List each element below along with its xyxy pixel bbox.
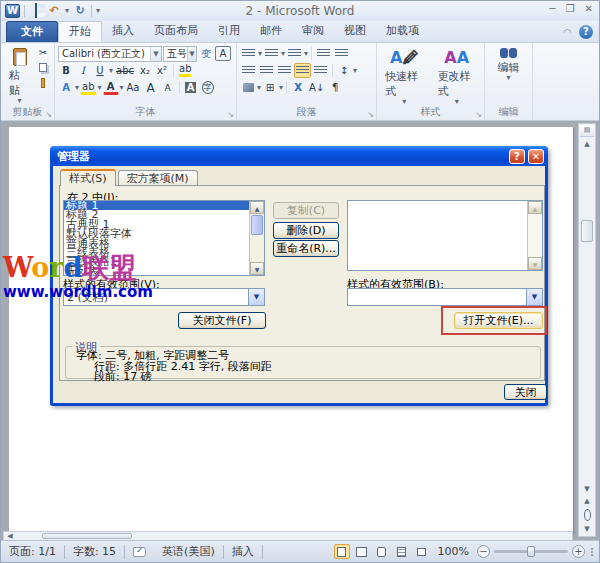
combo-dropdown-icon[interactable]: ▼ [248, 289, 264, 305]
cut-button[interactable]: ✂ [35, 45, 51, 60]
outline-view-button[interactable] [394, 544, 410, 559]
web-layout-view-button[interactable] [374, 544, 390, 559]
font-color-caret[interactable]: ▾ [120, 85, 124, 91]
close-button[interactable]: ✕ [585, 3, 593, 14]
multilevel-caret[interactable]: ▾ [304, 51, 308, 57]
scroll-left-icon[interactable]: ◀ [4, 532, 16, 540]
vertical-scrollbar[interactable]: ▤ ▲ ▼ ▲ ▼ [578, 123, 596, 537]
subscript-button[interactable]: x₂ [137, 63, 153, 78]
vertical-scroll-thumb[interactable] [581, 220, 593, 242]
line-spacing-button[interactable]: ↕ [336, 63, 352, 78]
borders-caret[interactable]: ▾ [279, 85, 283, 91]
close-file-button[interactable]: 关闭文件(F) [178, 312, 266, 329]
tab-view[interactable]: 视图 [334, 21, 376, 42]
tab-insert[interactable]: 插入 [102, 21, 144, 42]
styles-dialog-launcher[interactable]: ↘ [475, 110, 482, 119]
format-painter-button[interactable] [35, 75, 51, 90]
bullets-caret[interactable]: ▾ [258, 51, 262, 57]
editing-button[interactable]: 编辑 ▾ [488, 45, 529, 84]
increase-indent-button[interactable] [333, 46, 350, 61]
paste-button[interactable]: 粘贴 ▾ [4, 45, 35, 107]
rename-style-button[interactable]: 重命名(R)... [273, 240, 339, 257]
tab-references[interactable]: 引用 [208, 21, 250, 42]
resize-grip[interactable] [589, 548, 595, 556]
tab-review[interactable]: 审阅 [292, 21, 334, 42]
enclose-characters-button[interactable]: 字 [200, 80, 216, 95]
target-available-combo[interactable]: ▼ [347, 288, 543, 306]
bold-button[interactable]: B [58, 63, 74, 78]
editing-caret[interactable]: ▾ [506, 75, 510, 81]
zoom-out-button[interactable]: − [477, 545, 490, 558]
font-name-dropdown-icon[interactable]: ▼ [150, 47, 161, 61]
style-item[interactable]: 无列表 [64, 267, 264, 276]
dialog-tab-styles[interactable]: 样式(S) [60, 169, 116, 186]
draft-view-button[interactable] [414, 544, 430, 559]
font-color-button[interactable]: A [103, 80, 119, 95]
zoom-in-button[interactable]: + [572, 545, 585, 558]
next-page-button[interactable]: ▼ [580, 523, 594, 535]
italic-button[interactable]: I [75, 63, 91, 78]
insert-mode-indicator[interactable]: 插入 [224, 541, 262, 562]
horizontal-scroll-thumb[interactable] [42, 533, 132, 539]
strikethrough-button[interactable]: abc [114, 63, 136, 78]
numbering-button[interactable] [263, 46, 280, 61]
show-hide-marks-button[interactable]: ¶ [327, 80, 343, 95]
multilevel-list-button[interactable] [286, 46, 303, 61]
text-effects-button[interactable]: A [58, 80, 74, 95]
zoom-slider[interactable] [494, 550, 568, 553]
underline-button[interactable]: U [92, 63, 108, 78]
shrink-font-button[interactable]: A [160, 80, 176, 95]
text-effects-caret[interactable]: ▾ [75, 85, 79, 91]
zoom-level[interactable]: 100% [434, 545, 473, 558]
ruler-toggle-button[interactable]: ▤ [580, 125, 594, 137]
decrease-indent-button[interactable] [315, 46, 332, 61]
dialog-close-button[interactable]: ✕ [528, 149, 544, 164]
previous-page-button[interactable]: ▲ [580, 495, 594, 507]
tab-page-layout[interactable]: 页面布局 [144, 21, 208, 42]
bullets-button[interactable] [240, 46, 257, 61]
underline-dropdown-caret[interactable]: ▾ [109, 68, 113, 74]
change-case-button[interactable]: Aa [125, 80, 142, 95]
character-border-icon[interactable]: A [215, 46, 231, 61]
scroll-up-icon[interactable]: ▲ [528, 201, 542, 214]
distribute-button[interactable] [312, 63, 329, 78]
print-layout-view-button[interactable] [334, 544, 350, 559]
align-center-button[interactable] [258, 63, 275, 78]
target-styles-list[interactable]: ▲ ▼ [347, 200, 543, 271]
clear-formatting-icon[interactable]: ab [177, 63, 193, 78]
target-list-scrollbar[interactable]: ▲ ▼ [527, 201, 542, 270]
copy-button[interactable] [35, 60, 51, 75]
dialog-title-bar[interactable]: 管理器 ? ✕ [50, 146, 548, 166]
scroll-down-icon[interactable]: ▼ [250, 262, 264, 275]
grow-font-button[interactable]: A [143, 80, 159, 95]
justify-button[interactable] [294, 63, 311, 78]
scroll-up-icon[interactable]: ▲ [580, 138, 594, 151]
paragraph-dialog-launcher[interactable]: ↘ [367, 110, 374, 119]
scroll-up-icon[interactable]: ▲ [250, 201, 264, 214]
page-indicator[interactable]: 页面: 1/1 [1, 541, 64, 562]
paste-dropdown-caret[interactable]: ▾ [17, 98, 21, 104]
dialog-close-action-button[interactable]: 关闭 [504, 384, 547, 400]
font-size-dropdown-icon[interactable]: ▼ [187, 47, 196, 61]
select-browse-object-button[interactable] [584, 509, 591, 521]
tab-mailings[interactable]: 邮件 [250, 21, 292, 42]
change-styles-button[interactable]: AA 更改样式 ▾ [433, 45, 482, 108]
align-right-button[interactable] [276, 63, 293, 78]
shading-caret[interactable]: ▾ [257, 85, 261, 91]
fullscreen-reading-view-button[interactable] [354, 544, 370, 559]
combo-dropdown-icon[interactable]: ▼ [526, 289, 542, 305]
line-spacing-caret[interactable]: ▾ [353, 68, 357, 74]
dialog-help-button[interactable]: ? [509, 149, 525, 164]
tab-file[interactable]: 文件 [6, 21, 58, 42]
phonetic-guide-icon[interactable]: 变 [198, 46, 214, 61]
quick-styles-button[interactable]: A🖉 快速样式 ▾ [380, 45, 429, 108]
align-left-button[interactable] [240, 63, 257, 78]
word-count[interactable]: 字数: 15 [65, 541, 124, 562]
zoom-slider-thumb[interactable] [527, 546, 535, 557]
shading-button[interactable] [240, 80, 256, 95]
character-shading-button[interactable]: A [183, 80, 199, 95]
font-name-combo[interactable]: Calibri (西文正文) ▼ [58, 46, 162, 62]
delete-style-button[interactable]: 删除(D) [273, 222, 339, 239]
collapse-ribbon-icon[interactable]: ◠ [563, 27, 571, 37]
font-dialog-launcher[interactable]: ↘ [227, 110, 234, 119]
